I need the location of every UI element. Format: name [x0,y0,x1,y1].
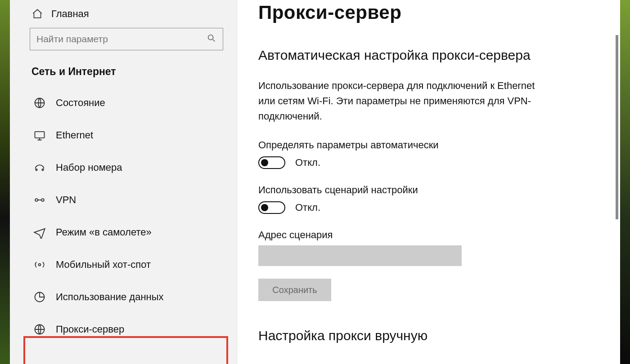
wallpaper-strip-right [620,0,630,364]
svg-point-0 [208,35,213,40]
sidebar-item-label: Мобильный хот-спот [56,259,151,271]
globe-grid-icon [33,97,46,109]
sidebar-item-vpn[interactable]: VPN [10,184,238,216]
section-description: Использование прокси-сервера для подключ… [258,78,546,124]
svg-point-5 [35,199,38,201]
toggle-knob [261,204,268,211]
toggle-knob [261,159,268,166]
svg-point-3 [36,169,37,170]
save-button[interactable]: Сохранить [258,279,331,301]
sidebar-nav: Состояние Ethernet Набор номера VPN [10,87,238,346]
wallpaper-strip-left [0,0,10,364]
sidebar-item-label: Набор номера [56,162,122,173]
settings-window: Главная Сеть и Интернет Состояние [0,0,630,364]
sidebar-item-label: Режим «в самолете» [56,226,152,238]
main-pane: Прокси-сервер Автоматическая настройка п… [238,0,620,364]
script-address-input[interactable] [258,245,462,266]
svg-point-6 [41,199,44,201]
svg-rect-2 [35,132,45,138]
sidebar-home[interactable]: Главная [10,5,238,28]
section-title-manual: Настройка прокси вручную [258,328,602,343]
section-title-auto: Автоматическая настройка прокси-сервера [258,48,602,63]
sidebar-item-label: Состояние [56,97,105,109]
globe-icon [33,323,46,336]
search-icon [207,33,216,45]
svg-point-7 [39,264,41,266]
search-container [10,28,238,61]
use-script-label: Использовать сценарий настройки [258,184,602,196]
detect-toggle-row: Откл. [258,156,602,169]
data-usage-icon [33,291,46,303]
svg-point-4 [42,169,43,170]
sidebar-item-label: Ethernet [56,129,93,141]
detect-label: Определять параметры автоматически [258,139,602,151]
sidebar: Главная Сеть и Интернет Состояние [10,0,238,364]
sidebar-home-label: Главная [51,8,89,20]
search-input[interactable] [36,34,207,44]
scrollbar-thumb[interactable] [616,35,618,219]
detect-toggle[interactable] [258,156,285,169]
use-script-toggle[interactable] [258,201,285,214]
sidebar-item-airplane[interactable]: Режим «в самолете» [10,216,238,249]
use-script-toggle-state: Откл. [295,202,320,213]
detect-toggle-state: Откл. [295,157,320,169]
sidebar-item-hotspot[interactable]: Мобильный хот-спот [10,249,238,281]
sidebar-item-label: Использование данных [56,291,164,303]
sidebar-item-label: Прокси-сервер [56,324,124,335]
phone-dialup-icon [33,161,46,174]
sidebar-category: Сеть и Интернет [10,61,238,87]
page-title: Прокси-сервер [258,0,602,23]
monitor-icon [33,129,46,142]
hotspot-icon [33,258,46,271]
home-icon [32,8,43,20]
search-box[interactable] [30,28,223,50]
sidebar-item-status[interactable]: Состояние [10,87,238,119]
sidebar-item-proxy[interactable]: Прокси-сервер [10,313,238,346]
script-address-label: Адрес сценария [258,229,602,241]
sidebar-item-datausage[interactable]: Использование данных [10,281,238,313]
use-script-toggle-row: Откл. [258,201,602,214]
sidebar-item-ethernet[interactable]: Ethernet [10,119,238,151]
sidebar-item-dialup[interactable]: Набор номера [10,151,238,184]
scrollbar[interactable] [616,35,618,323]
airplane-icon [33,226,46,239]
vpn-icon [33,194,46,206]
sidebar-item-label: VPN [56,194,76,206]
